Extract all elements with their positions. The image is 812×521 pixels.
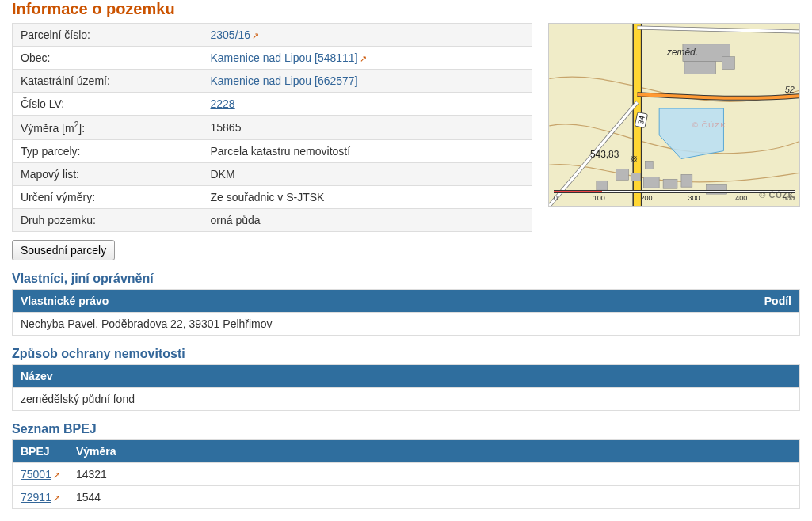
summary-label: Typ parcely:	[13, 139, 203, 162]
summary-link[interactable]: Kamenice nad Lipou [548111]	[211, 51, 358, 64]
neighbors-button[interactable]: Sousední parcely	[12, 240, 115, 260]
owners-title: Vlastníci, jiní oprávnění	[12, 272, 800, 286]
protection-name: zemědělský půdní fond	[13, 387, 800, 410]
summary-value[interactable]: Kamenice nad Lipou [548111]↗	[203, 47, 532, 70]
bpej-link[interactable]: 75001	[21, 468, 51, 481]
summary-label: Mapový list:	[13, 162, 203, 185]
summary-label: Určení výměry:	[13, 185, 203, 208]
svg-rect-5	[681, 174, 692, 187]
bpej-link[interactable]: 72911	[21, 491, 51, 504]
summary-label: Parcelní číslo:	[13, 24, 203, 47]
table-row: Nechyba Pavel, Poděbradova 22, 39301 Pel…	[13, 312, 800, 335]
bpej-title: Seznam BPEJ	[12, 422, 800, 436]
page-title: Informace o pozemku	[12, 0, 800, 18]
map-preview[interactable]: 34 zeměd. 543,83 52 © ČÚZK 0100200300400…	[548, 23, 800, 207]
bpej-header-code: BPEJ	[13, 439, 68, 462]
summary-label: Výměra [m2]:	[13, 116, 203, 140]
summary-link[interactable]: 2305/16	[211, 29, 251, 41]
summary-value: 15865	[203, 116, 532, 140]
summary-label: Druh pozemku:	[13, 208, 203, 231]
map-parcel-watermark: © ČÚZK	[692, 120, 726, 129]
bpej-area: 1544	[68, 485, 800, 508]
external-link-icon: ↗	[360, 54, 367, 63]
bpej-area: 14321	[68, 462, 800, 485]
svg-rect-6	[597, 181, 608, 190]
svg-rect-2	[631, 173, 640, 181]
summary-value: Ze souřadnic v S-JTSK	[203, 185, 532, 208]
svg-rect-3	[643, 177, 659, 188]
owner-name: Nechyba Pavel, Poděbradova 22, 39301 Pel…	[13, 312, 737, 335]
scalebar-tick: 300	[688, 194, 700, 202]
owner-share	[737, 312, 800, 335]
table-row: 75001↗14321	[13, 462, 800, 485]
external-link-icon: ↗	[53, 493, 60, 503]
svg-rect-10	[684, 62, 716, 74]
protection-table: Název zemědělský půdní fond	[12, 364, 800, 411]
summary-label: Katastrální území:	[13, 70, 203, 93]
scalebar-tick: 400	[735, 194, 747, 202]
svg-rect-11	[722, 57, 734, 70]
table-row: 72911↗1544	[13, 485, 800, 508]
bpej-code-cell[interactable]: 75001↗	[13, 462, 68, 485]
summary-value: DKM	[203, 162, 532, 185]
summary-row: Mapový list:DKM	[13, 162, 532, 185]
summary-value: Parcela katastru nemovitostí	[203, 139, 532, 162]
bpej-header-area: Výměra	[68, 439, 800, 462]
protection-header-name: Název	[13, 364, 800, 387]
bpej-code-cell[interactable]: 72911↗	[13, 485, 68, 508]
table-row: zemědělský půdní fond	[13, 387, 800, 410]
scalebar-tick: 0	[554, 194, 558, 202]
summary-label: Obec:	[13, 47, 203, 70]
bpej-table: BPEJ Výměra 75001↗1432172911↗1544	[12, 439, 800, 509]
external-link-icon: ↗	[53, 470, 60, 480]
summary-value[interactable]: 2228	[203, 93, 532, 116]
scalebar-tick: 200	[641, 194, 653, 202]
summary-value[interactable]: Kamenice nad Lipou [662577]	[203, 70, 532, 93]
summary-row: Výměra [m2]:15865	[13, 116, 532, 140]
map-label-spot: 543,83	[590, 149, 619, 160]
summary-row: Určení výměry:Ze souřadnic v S-JTSK	[13, 185, 532, 208]
svg-rect-4	[663, 179, 677, 188]
summary-row: Číslo LV:2228	[13, 93, 532, 116]
scalebar-tick: 100	[593, 194, 605, 202]
summary-row: Katastrální území:Kamenice nad Lipou [66…	[13, 70, 532, 93]
summary-row: Obec:Kamenice nad Lipou [548111]↗	[13, 47, 532, 70]
protection-title: Způsob ochrany nemovitosti	[12, 347, 800, 361]
map-watermark: © ČÚZK	[759, 190, 795, 200]
summary-link[interactable]: Kamenice nad Lipou [662577]	[211, 74, 358, 87]
summary-value[interactable]: 2305/16↗	[203, 24, 532, 47]
svg-rect-8	[645, 161, 653, 169]
map-label-zemed: zeměd.	[666, 47, 698, 58]
map-svg: 34 zeměd. 543,83 52 © ČÚZK	[549, 24, 799, 206]
summary-link[interactable]: 2228	[211, 97, 235, 110]
owners-header-share: Podíl	[737, 289, 800, 312]
external-link-icon: ↗	[252, 31, 259, 40]
summary-table: Parcelní číslo:2305/16↗Obec:Kamenice nad…	[12, 23, 532, 232]
summary-value: orná půda	[203, 208, 532, 231]
map-label-edge: 52	[785, 85, 795, 94]
owners-table: Vlastnické právo Podíl Nechyba Pavel, Po…	[12, 289, 800, 336]
summary-row: Druh pozemku:orná půda	[13, 208, 532, 231]
summary-row: Parcelní číslo:2305/16↗	[13, 24, 532, 47]
summary-label: Číslo LV:	[13, 93, 203, 116]
svg-rect-1	[616, 169, 629, 180]
owners-header-right: Vlastnické právo	[13, 289, 737, 312]
summary-row: Typ parcely:Parcela katastru nemovitostí	[13, 139, 532, 162]
